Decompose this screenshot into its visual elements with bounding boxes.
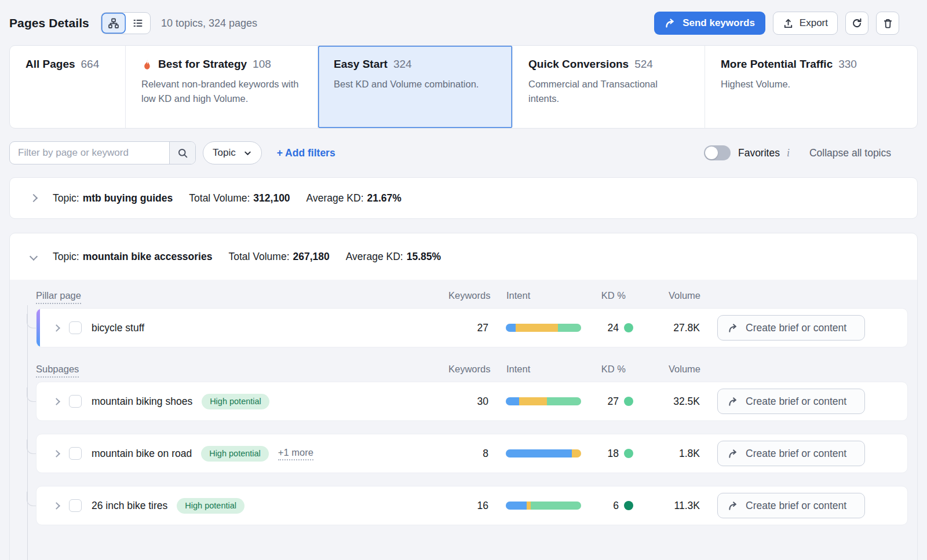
delete-button[interactable] (876, 12, 899, 35)
volume-column-header: Volume (634, 290, 700, 301)
send-arrow-icon (728, 323, 739, 334)
view-toggle (101, 12, 151, 34)
chevron-down-icon (243, 149, 252, 158)
tab-more-potential-traffic[interactable]: More Potential Traffic 330 Highest Volum… (705, 46, 917, 128)
kd-status-dot (624, 501, 633, 510)
average-kd-label: Average KD: (306, 192, 364, 204)
tab-description: Best KD and Volume combination. (334, 77, 497, 92)
topic-prefix: Topic: (53, 251, 79, 263)
tab-description: Highest Volume. (721, 77, 902, 92)
kd-value: 6 (613, 500, 619, 512)
topic-name: mtb buying guides (83, 192, 173, 204)
flame-icon (141, 59, 152, 70)
table-row-bicycle-stuff[interactable]: bicycle stuff 27 24 27.8K (36, 308, 908, 347)
topic-card-mountain-bike-accessories: Topic: mountain bike accessories Total V… (9, 233, 918, 560)
kd-value: 24 (608, 322, 619, 334)
table-row-26-inch-bike-tires[interactable]: 26 inch bike tires High potential 16 6 1… (36, 486, 908, 525)
tab-all-pages[interactable]: All Pages 664 (10, 46, 126, 128)
kd-status-dot (624, 323, 633, 332)
toggle-knob (705, 147, 718, 159)
keywords-count: 30 (448, 396, 488, 408)
tab-label: All Pages (25, 58, 75, 71)
page-category-tabs: All Pages 664 Best for Strategy 108 Rele… (9, 45, 918, 129)
table-row-mountain-bike-on-road[interactable]: mountain bike on road High potential +1 … (36, 434, 908, 473)
create-brief-button[interactable]: Create brief or content (717, 315, 865, 341)
row-checkbox[interactable] (69, 395, 82, 408)
chevron-right-icon[interactable] (53, 324, 60, 332)
export-label: Export (800, 17, 828, 29)
high-potential-badge: High potential (202, 394, 269, 409)
filter-search-group (9, 141, 196, 164)
average-kd-value: 21.67% (367, 192, 402, 204)
chevron-right-icon[interactable] (53, 398, 60, 405)
pillar-page-column-header: Pillar page (36, 290, 81, 304)
total-volume-value: 312,100 (253, 192, 290, 204)
tab-count: 664 (81, 58, 100, 71)
tab-easy-start[interactable]: Easy Start 324 Best KD and Volume combin… (318, 46, 513, 128)
favorites-toggle[interactable] (704, 145, 731, 160)
more-badges-link[interactable]: +1 more (278, 447, 313, 460)
subpages-table-header: Subpages Keywords Intent KD % Volume (36, 360, 908, 382)
tab-label: Quick Conversions (528, 58, 629, 71)
send-arrow-icon (728, 500, 739, 511)
tab-description: Relevant non-branded keywords with low K… (141, 77, 302, 107)
chevron-down-icon[interactable] (30, 252, 38, 261)
chevron-right-icon[interactable] (53, 502, 60, 510)
create-brief-button[interactable]: Create brief or content (717, 389, 865, 414)
subpage-row-wrap: mountain bike on road High potential +1 … (36, 434, 908, 473)
page-title: Pages Details (9, 16, 89, 30)
volume-value: 27.8K (633, 322, 700, 334)
row-checkbox[interactable] (69, 499, 82, 512)
row-checkbox[interactable] (69, 447, 82, 460)
tab-label: Easy Start (334, 58, 388, 71)
add-filters-link[interactable]: + Add filters (277, 147, 335, 159)
pillar-row-wrap: bicycle stuff 27 24 27.8K (36, 308, 908, 347)
create-brief-button[interactable]: Create brief or content (717, 441, 865, 466)
create-brief-label: Create brief or content (746, 500, 846, 512)
intent-bar (506, 502, 581, 510)
tab-count: 108 (253, 58, 271, 71)
table-row-mountain-biking-shoes[interactable]: mountain biking shoes High potential 30 … (36, 382, 908, 421)
filter-bar-right: Favorites i Collapse all topics (704, 145, 891, 160)
chevron-right-icon[interactable] (53, 450, 60, 457)
average-kd-label: Average KD: (346, 251, 403, 263)
refresh-button[interactable] (845, 12, 868, 35)
topic-row-mountain-bike-accessories[interactable]: Topic: mountain bike accessories Total V… (10, 233, 917, 280)
page-name: mountain bike on road (92, 448, 192, 460)
export-button[interactable]: Export (773, 12, 838, 35)
info-icon[interactable]: i (787, 147, 790, 159)
tree-view-button[interactable] (101, 13, 126, 34)
list-view-button[interactable] (126, 13, 150, 34)
row-checkbox[interactable] (69, 321, 82, 334)
topic-dropdown-label: Topic (213, 147, 236, 159)
tab-count: 324 (393, 58, 412, 71)
page-name: bicycle stuff (92, 322, 144, 334)
favorites-label: Favorites (738, 147, 780, 159)
filter-search-input[interactable] (10, 142, 169, 164)
list-icon (132, 17, 144, 29)
top-bar: Pages Details (0, 0, 927, 45)
intent-column-header: Intent (506, 290, 582, 301)
create-brief-label: Create brief or content (746, 396, 846, 408)
create-brief-label: Create brief or content (746, 322, 846, 334)
collapse-all-topics-link[interactable]: Collapse all topics (809, 147, 891, 159)
pages-details-screen: Pages Details (0, 0, 927, 560)
total-volume-label: Total Volume: (228, 251, 289, 263)
average-kd-value: 15.85% (407, 251, 441, 263)
tab-best-for-strategy[interactable]: Best for Strategy 108 Relevant non-brand… (126, 46, 318, 128)
search-button[interactable] (169, 142, 195, 164)
pages-table: Pillar page Keywords Intent KD % Volume … (10, 280, 917, 560)
volume-value: 11.3K (633, 500, 700, 512)
subpage-row-wrap: mountain biking shoes High potential 30 … (36, 382, 908, 421)
tab-label: Best for Strategy (158, 58, 247, 71)
send-arrow-icon (665, 17, 676, 29)
topic-row-mtb-buying-guides[interactable]: Topic: mtb buying guides Total Volume: 3… (9, 177, 918, 219)
volume-value: 1.8K (633, 448, 700, 460)
tab-quick-conversions[interactable]: Quick Conversions 524 Commercial and Tra… (513, 46, 705, 128)
create-brief-button[interactable]: Create brief or content (717, 493, 865, 518)
tab-count: 524 (634, 58, 653, 71)
chevron-right-icon[interactable] (30, 194, 38, 202)
keywords-count: 8 (448, 448, 488, 460)
topic-filter-dropdown[interactable]: Topic (203, 141, 262, 164)
send-keywords-button[interactable]: Send keywords (654, 12, 765, 35)
